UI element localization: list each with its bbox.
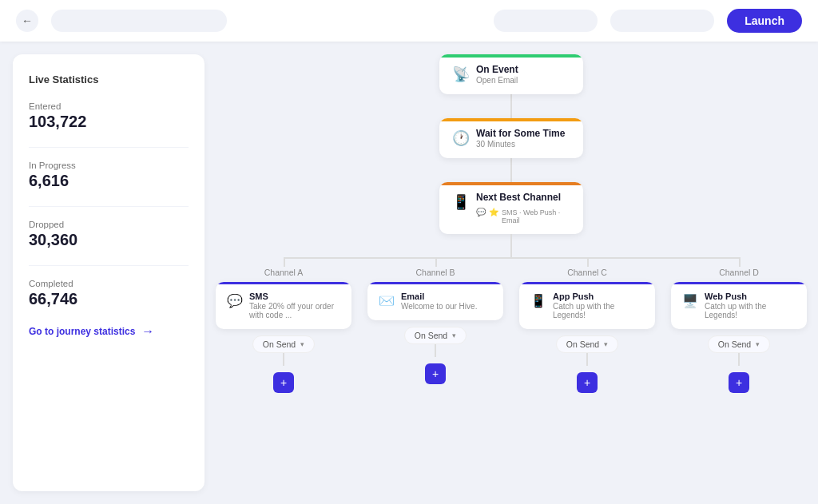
channel-b-header: ✉️ Email Welcome to our Hive. bbox=[379, 292, 492, 311]
branch-d-label: Channel D bbox=[719, 268, 759, 277]
branch-h-connector bbox=[208, 234, 815, 258]
sidebar: Live Statistics Entered 103,722 In Progr… bbox=[13, 54, 204, 491]
nbc-subtitle: SMS · Web Push · Email bbox=[502, 208, 570, 224]
channel-c-header: 📱 App Push Catch up with the Legends! bbox=[530, 292, 644, 319]
small-connector-d bbox=[738, 353, 740, 366]
channel-d-title: Web Push bbox=[705, 292, 796, 301]
node-nbc-header: 📱 Next Best Channel 💬 ⭐ SMS · Web Push ·… bbox=[452, 192, 570, 224]
branch-row: Channel A 💬 SMS Take 20% off your order … bbox=[208, 268, 815, 393]
v-drop-d bbox=[739, 257, 741, 267]
nav-input-bar bbox=[610, 10, 714, 32]
sidebar-title: Live Statistics bbox=[29, 73, 189, 85]
v-drop-b bbox=[435, 257, 437, 267]
nbc-icons-row: 💬 ⭐ SMS · Web Push · Email bbox=[476, 208, 570, 224]
channel-a-title: SMS bbox=[249, 292, 340, 301]
channel-a-card[interactable]: 💬 SMS Take 20% off your order with code … bbox=[216, 282, 351, 329]
branch-b: Channel B ✉️ Email Welcome to our Hive. … bbox=[367, 268, 503, 384]
stat-dropped: Dropped 30,360 bbox=[29, 220, 189, 249]
channel-d-subtitle: Catch up with the Legends! bbox=[705, 302, 796, 319]
top-nav: ← Launch bbox=[0, 0, 818, 42]
entered-label: Entered bbox=[29, 101, 189, 111]
wait-icon: 🕐 bbox=[452, 129, 470, 147]
on-send-d-label: On Send bbox=[718, 339, 751, 349]
node-on-event-header: 📡 On Event Open Email bbox=[452, 64, 570, 85]
connector-2 bbox=[510, 158, 512, 182]
stat-entered: Entered 103,722 bbox=[29, 101, 189, 131]
nav-title-bar bbox=[51, 10, 227, 32]
small-connector-b bbox=[435, 344, 436, 357]
branch-b-label: Channel B bbox=[415, 268, 455, 277]
divider-3 bbox=[29, 265, 189, 266]
channel-d-on-send[interactable]: On Send ▾ bbox=[708, 335, 770, 353]
h-branch-line bbox=[284, 257, 739, 259]
channel-b-on-send[interactable]: On Send ▾ bbox=[404, 327, 467, 344]
go-journey-arrow-icon: → bbox=[141, 324, 154, 339]
channel-c-subtitle: Catch up with the Legends! bbox=[553, 302, 644, 319]
main-content: Live Statistics Entered 103,722 In Progr… bbox=[0, 42, 818, 504]
wait-title: Wait for Some Time bbox=[476, 128, 565, 139]
node-on-event[interactable]: 📡 On Event Open Email bbox=[439, 54, 583, 94]
plus-button-b[interactable]: + bbox=[425, 363, 446, 384]
on-send-a-caret: ▾ bbox=[300, 340, 304, 348]
node-wait[interactable]: 🕐 Wait for Some Time 30 Minutes bbox=[439, 118, 583, 158]
v-drop-c bbox=[587, 257, 589, 267]
dropped-value: 30,360 bbox=[29, 231, 189, 249]
on-event-title: On Event bbox=[476, 64, 518, 75]
wait-subtitle: 30 Minutes bbox=[476, 140, 565, 149]
channel-a-on-send[interactable]: On Send ▾ bbox=[252, 335, 315, 353]
flow-diagram: 📡 On Event Open Email 🕐 Wait for Some Ti… bbox=[217, 54, 805, 393]
branch-a-label: Channel A bbox=[264, 268, 303, 277]
email-icon: ✉️ bbox=[379, 293, 395, 308]
branch-c-label: Channel C bbox=[567, 268, 607, 277]
go-journey-link[interactable]: Go to journey statistics → bbox=[29, 324, 189, 339]
launch-button[interactable]: Launch bbox=[727, 9, 802, 33]
stat-in-progress: In Progress 6,616 bbox=[29, 161, 189, 190]
go-journey-label: Go to journey statistics bbox=[29, 326, 135, 337]
on-event-subtitle: Open Email bbox=[476, 76, 518, 85]
channel-d-card[interactable]: 🖥️ Web Push Catch up with the Legends! bbox=[671, 282, 807, 329]
channel-c-title: App Push bbox=[553, 292, 644, 301]
branch-a: Channel A 💬 SMS Take 20% off your order … bbox=[216, 268, 351, 393]
nav-search-bar bbox=[494, 10, 598, 32]
flow-canvas: 📡 On Event Open Email 🕐 Wait for Some Ti… bbox=[204, 42, 818, 504]
divider-1 bbox=[29, 147, 189, 148]
dropped-label: Dropped bbox=[29, 220, 189, 229]
branch-c: Channel C 📱 App Push Catch up with the L… bbox=[519, 268, 655, 393]
completed-value: 66,746 bbox=[29, 290, 189, 308]
app-push-icon: 📱 bbox=[530, 293, 546, 308]
node-wait-header: 🕐 Wait for Some Time 30 Minutes bbox=[452, 128, 570, 149]
branch-d: Channel D 🖥️ Web Push Catch up with the … bbox=[671, 268, 807, 393]
channel-b-title: Email bbox=[401, 292, 477, 301]
plus-button-d[interactable]: + bbox=[729, 372, 749, 393]
on-event-icon: 📡 bbox=[452, 65, 470, 83]
on-send-c-label: On Send bbox=[566, 339, 599, 349]
connector-1 bbox=[510, 94, 512, 118]
divider-2 bbox=[29, 206, 189, 207]
channel-a-header: 💬 SMS Take 20% off your order with code … bbox=[227, 292, 340, 319]
on-send-a-label: On Send bbox=[263, 339, 296, 349]
in-progress-label: In Progress bbox=[29, 161, 189, 170]
web-push-icon: 🖥️ bbox=[682, 293, 698, 308]
node-next-best-channel[interactable]: 📱 Next Best Channel 💬 ⭐ SMS · Web Push ·… bbox=[439, 182, 583, 234]
on-send-b-caret: ▾ bbox=[452, 331, 456, 339]
channel-b-card[interactable]: ✉️ Email Welcome to our Hive. bbox=[367, 282, 503, 320]
v-drop-a bbox=[284, 257, 285, 267]
channel-c-on-send[interactable]: On Send ▾ bbox=[556, 335, 618, 353]
in-progress-value: 6,616 bbox=[29, 172, 189, 190]
channel-d-header: 🖥️ Web Push Catch up with the Legends! bbox=[682, 292, 796, 319]
on-send-d-caret: ▾ bbox=[756, 340, 760, 348]
plus-button-a[interactable]: + bbox=[273, 372, 294, 393]
channel-c-card[interactable]: 📱 App Push Catch up with the Legends! bbox=[519, 282, 655, 329]
small-connector-a bbox=[283, 353, 284, 366]
plus-button-c[interactable]: + bbox=[577, 372, 598, 393]
on-send-c-caret: ▾ bbox=[604, 340, 608, 348]
completed-label: Completed bbox=[29, 279, 189, 288]
channel-b-subtitle: Welcome to our Hive. bbox=[401, 302, 477, 311]
nbc-icon: 📱 bbox=[452, 193, 470, 211]
sms-icon: 💬 bbox=[227, 293, 243, 308]
nbc-title: Next Best Channel bbox=[476, 192, 570, 203]
v-connector-nbc bbox=[510, 234, 512, 258]
stat-completed: Completed 66,746 bbox=[29, 279, 189, 308]
back-button[interactable]: ← bbox=[16, 10, 38, 32]
small-connector-c bbox=[586, 353, 588, 366]
